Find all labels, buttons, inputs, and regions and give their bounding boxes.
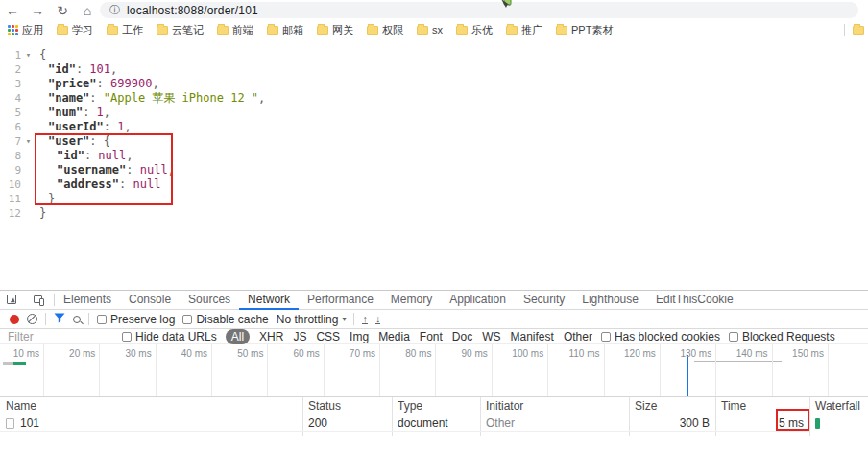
bookmark-folder[interactable]: 推广 xyxy=(506,23,542,37)
folder-icon xyxy=(417,26,428,35)
device-toolbar-icon[interactable] xyxy=(34,295,47,306)
column-header-status[interactable]: Status xyxy=(302,397,392,414)
collapse-arrow-icon[interactable]: ▾ xyxy=(21,134,36,149)
devtools-tab-memory[interactable]: Memory xyxy=(382,291,441,310)
throttling-dropdown[interactable]: No throttling ▾ xyxy=(277,313,347,326)
devtools-panel: ElementsConsoleSourcesNetworkPerformance… xyxy=(0,290,868,449)
column-header-time[interactable]: Time xyxy=(715,397,809,414)
column-header-type[interactable]: Type xyxy=(392,397,480,414)
column-header-initiator[interactable]: Initiator xyxy=(480,397,629,414)
filter-type-xhr[interactable]: XHR xyxy=(259,330,283,343)
collapse-arrow-icon[interactable]: ▾ xyxy=(21,48,36,62)
bookmark-folder[interactable]: sx xyxy=(417,23,443,37)
filter-type-css[interactable]: CSS xyxy=(316,330,340,343)
json-string: "Apple 苹果 iPhone 12 " xyxy=(104,91,258,105)
checkbox-icon xyxy=(601,332,611,342)
devtools-tab-application[interactable]: Application xyxy=(441,291,515,310)
request-cell-initiator[interactable]: Other xyxy=(480,414,629,432)
back-button[interactable]: ← xyxy=(0,3,25,18)
filter-type-other[interactable]: Other xyxy=(564,330,592,343)
page-info-icon[interactable]: ⓘ xyxy=(109,3,120,17)
filter-type-media[interactable]: Media xyxy=(378,330,410,343)
import-har-icon[interactable]: ↑ xyxy=(362,315,368,324)
blocked-requests-checkbox[interactable]: Blocked Requests xyxy=(729,330,835,343)
json-key: "user" xyxy=(48,134,89,148)
json-line: 7▾"user": { xyxy=(0,134,868,149)
request-cell-name[interactable]: 101 xyxy=(0,414,302,432)
json-punctuation: , xyxy=(168,163,175,177)
line-number: 12 xyxy=(0,206,21,221)
filter-input[interactable] xyxy=(8,330,113,343)
timeline-gridline xyxy=(379,344,380,397)
export-har-icon[interactable]: ↓ xyxy=(375,315,381,324)
column-header-name[interactable]: Name xyxy=(0,397,302,414)
filter-funnel-icon[interactable] xyxy=(54,313,65,326)
filter-type-font[interactable]: Font xyxy=(420,330,443,343)
bookmarks-overflow xyxy=(844,20,864,39)
waterfall-bar[interactable] xyxy=(815,418,820,429)
bookmark-folder[interactable]: 权限 xyxy=(367,23,403,37)
fold-spacer xyxy=(21,149,36,163)
bookmark-folder[interactable]: PPT素材 xyxy=(556,23,613,37)
network-overview-timeline[interactable]: 10 ms20 ms30 ms40 ms50 ms60 ms70 ms80 ms… xyxy=(0,344,868,397)
apps-shortcut[interactable]: 应用 xyxy=(8,23,43,37)
devtools-tab-editthiscookie[interactable]: EditThisCookie xyxy=(647,291,742,310)
bookmark-folder[interactable]: 工作 xyxy=(107,23,143,37)
filter-type-doc[interactable]: Doc xyxy=(452,330,472,343)
bookmark-folder[interactable]: 网关 xyxy=(317,23,353,37)
devtools-tab-security[interactable]: Security xyxy=(515,291,573,310)
devtools-tab-lighthouse[interactable]: Lighthouse xyxy=(573,291,647,310)
bookmark-folder[interactable]: 乐优 xyxy=(456,23,493,37)
devtools-tab-elements[interactable]: Elements xyxy=(55,291,120,310)
column-header-size[interactable]: Size xyxy=(629,397,715,414)
folder-icon[interactable] xyxy=(853,26,864,35)
home-button[interactable]: ⌂ xyxy=(75,3,100,18)
request-cell-type[interactable]: document xyxy=(392,414,480,432)
filter-type-all[interactable]: All xyxy=(226,329,250,344)
browser-toolbar: ← → ↻ ⌂ ⓘ localhost:8088/order/101 xyxy=(0,0,868,20)
forward-button[interactable]: → xyxy=(25,3,50,18)
json-brace: { xyxy=(39,48,46,61)
filter-type-ws[interactable]: WS xyxy=(482,330,500,343)
json-punctuation: : xyxy=(97,77,110,90)
folder-icon xyxy=(317,26,328,35)
timeline-gridline xyxy=(211,344,212,397)
checkbox-icon xyxy=(122,332,132,342)
timeline-tick-label: 110 ms xyxy=(552,348,600,359)
record-button[interactable] xyxy=(10,315,19,324)
preserve-log-checkbox[interactable]: Preserve log xyxy=(97,313,175,326)
devtools-tab-network[interactable]: Network xyxy=(239,291,299,310)
timeline-gridline xyxy=(267,344,268,397)
request-cell-status[interactable]: 200 xyxy=(302,414,392,432)
bookmark-folder[interactable]: 学习 xyxy=(57,23,93,37)
bookmark-folder[interactable]: 云笔记 xyxy=(157,23,204,37)
preserve-log-label: Preserve log xyxy=(110,313,175,326)
timeline-tick-label: 40 ms xyxy=(159,348,207,359)
url-bar[interactable]: ⓘ localhost:8088/order/101 xyxy=(100,2,858,18)
filter-type-img[interactable]: Img xyxy=(350,330,369,343)
json-code: "id": null, xyxy=(36,149,133,163)
hide-data-urls-checkbox[interactable]: Hide data URLs xyxy=(122,330,217,343)
line-number: 6 xyxy=(0,120,21,134)
devtools-tab-performance[interactable]: Performance xyxy=(299,291,382,310)
json-code: "user": { xyxy=(36,134,110,149)
request-cell-time[interactable]: 5 ms xyxy=(715,414,809,432)
request-cell-size[interactable]: 300 B xyxy=(629,414,715,432)
search-icon[interactable] xyxy=(73,316,81,323)
inspect-element-icon[interactable] xyxy=(7,295,20,306)
bookmark-folder[interactable]: 前端 xyxy=(217,23,253,37)
column-header-waterfall[interactable]: Waterfall xyxy=(809,397,868,414)
json-key: "id" xyxy=(48,62,76,76)
filter-type-js[interactable]: JS xyxy=(293,330,306,343)
timeline-gridline xyxy=(43,344,44,397)
disable-cache-checkbox[interactable]: Disable cache xyxy=(182,313,268,326)
devtools-tab-console[interactable]: Console xyxy=(120,291,180,310)
devtools-tab-sources[interactable]: Sources xyxy=(180,291,239,310)
reload-button[interactable]: ↻ xyxy=(50,3,75,18)
json-key: "num" xyxy=(48,106,83,119)
throttling-value: No throttling xyxy=(277,313,339,326)
clear-icon[interactable] xyxy=(27,314,37,324)
filter-type-manifest[interactable]: Manifest xyxy=(511,330,554,343)
bookmark-folder[interactable]: 邮箱 xyxy=(267,23,303,37)
has-blocked-cookies-checkbox[interactable]: Has blocked cookies xyxy=(601,330,720,343)
